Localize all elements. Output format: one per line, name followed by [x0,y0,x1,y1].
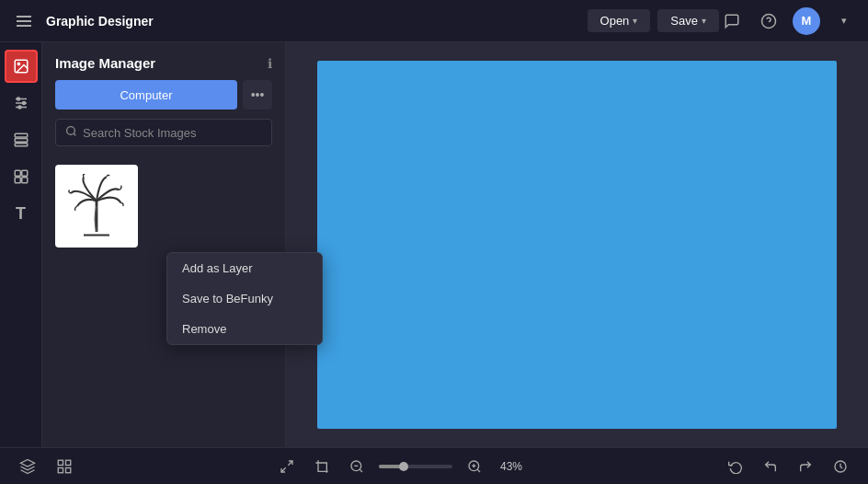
sidebar-item-adjust[interactable] [5,86,38,120]
layers-bottom-button[interactable] [15,454,40,479]
image-thumbnail[interactable] [55,165,138,248]
canvas[interactable] [317,61,837,429]
zoom-level: 43% [497,460,526,473]
svg-line-26 [288,461,292,466]
main-content: T Image Manager ℹ Computer ••• Search St… [0,42,868,447]
open-chevron-icon: ▾ [633,16,637,26]
history-button[interactable] [828,454,853,479]
undo-button[interactable] [758,454,783,479]
palm-tree-svg [64,174,129,238]
avatar-chevron-icon[interactable]: ▾ [831,8,857,34]
sidebar-item-elements[interactable] [5,160,38,193]
topbar-right: M ▾ [719,7,857,35]
save-button[interactable]: Save ▾ [657,9,719,32]
zoom-slider-fill [379,465,401,468]
menu-button[interactable] [11,8,37,34]
context-menu-item-remove[interactable]: Remove [167,314,322,344]
zoom-slider[interactable] [379,465,452,468]
bottom-bar-right [723,454,853,479]
canvas-viewport [286,42,868,447]
svg-point-17 [67,127,75,135]
image-grid [42,157,285,255]
context-menu: Add as Layer Save to BeFunky Remove [166,252,323,345]
rotate-left-button[interactable] [723,454,748,479]
app-title: Graphic Designer [46,14,154,29]
svg-rect-10 [15,133,28,137]
svg-rect-15 [15,178,20,183]
svg-point-7 [17,98,19,100]
panel-title: Image Manager [55,55,155,71]
avatar[interactable]: M [793,7,820,35]
save-chevron-icon: ▾ [702,16,706,26]
grid-button[interactable] [51,454,77,479]
zoom-in-button[interactable] [462,454,487,479]
info-icon[interactable]: ℹ [268,56,272,71]
panel-header: Image Manager ℹ [42,42,285,80]
search-icon [65,125,77,140]
svg-rect-25 [66,467,71,472]
chat-button[interactable] [719,8,745,34]
svg-point-8 [22,102,25,105]
svg-rect-16 [21,178,27,183]
hamburger-icon [17,16,31,27]
panel-controls: Computer ••• [42,80,285,119]
fullscreen-button[interactable] [274,454,300,479]
bottom-bar: 43% [0,447,868,484]
panel-title-group: Image Manager [55,55,155,71]
svg-rect-24 [58,467,63,472]
svg-marker-21 [21,459,35,467]
image-manager-panel: Image Manager ℹ Computer ••• Search Stoc… [42,42,286,447]
svg-line-32 [477,469,480,472]
context-menu-item-save-befunky[interactable]: Save to BeFunky [167,283,322,314]
svg-point-9 [18,106,21,109]
context-menu-item-add-layer[interactable]: Add as Layer [167,253,322,283]
bottom-bar-center: 43% [274,454,526,479]
svg-line-18 [74,133,75,135]
zoom-out-button[interactable] [344,454,370,479]
help-button[interactable] [756,8,782,34]
svg-line-27 [281,467,286,472]
svg-rect-23 [66,460,71,465]
sidebar-item-layers[interactable] [5,123,38,156]
zoom-slider-handle[interactable] [399,462,408,471]
topbar: Graphic Designer Open ▾ Save ▾ M ▾ [0,0,868,42]
computer-button[interactable]: Computer [55,80,237,109]
svg-point-3 [17,63,19,64]
svg-rect-12 [15,144,28,146]
svg-rect-14 [21,170,27,176]
open-button[interactable]: Open ▾ [588,9,651,32]
bottom-bar-left [15,454,77,479]
search-bar[interactable]: Search Stock Images [55,119,272,146]
redo-button[interactable] [793,454,818,479]
topbar-left: Graphic Designer [11,8,588,34]
svg-rect-22 [58,460,63,465]
svg-line-29 [360,469,362,472]
icon-sidebar: T [0,42,42,447]
svg-rect-11 [15,139,28,143]
more-button[interactable]: ••• [243,80,272,109]
canvas-area [286,42,868,447]
crop-button[interactable] [309,454,335,479]
topbar-center: Open ▾ Save ▾ [588,9,719,32]
sidebar-item-text[interactable]: T [5,197,38,230]
svg-rect-13 [15,170,20,176]
search-placeholder: Search Stock Images [83,126,197,140]
sidebar-item-image-manager[interactable] [5,50,38,83]
